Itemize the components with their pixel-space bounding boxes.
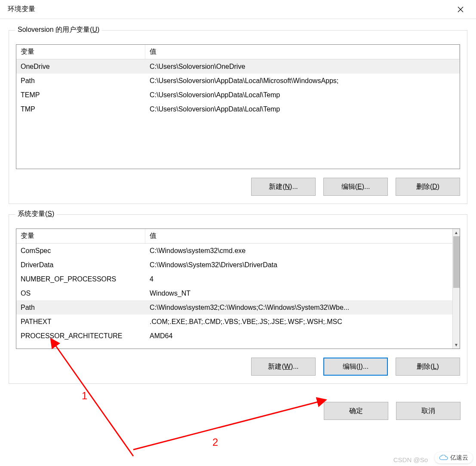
cell-variable: PROCESSOR_ARCHITECTURE xyxy=(16,330,145,342)
close-icon xyxy=(458,6,464,12)
cell-value: .COM;.EXE;.BAT;.CMD;.VBS;.VBE;.JS;.JSE;.… xyxy=(145,316,460,327)
cell-value: C:\Windows\system32\cmd.exe xyxy=(145,245,460,256)
system-edit-button[interactable]: 编辑(I)... xyxy=(323,358,388,376)
cell-value: C:\Users\Soloversion\AppData\Local\Micro… xyxy=(145,75,460,86)
cell-variable: DriverData xyxy=(16,259,145,271)
scroll-up-icon[interactable]: ▲ xyxy=(453,229,460,236)
user-delete-button[interactable]: 删除(D) xyxy=(396,178,460,196)
table-row[interactable]: NUMBER_OF_PROCESSORS4 xyxy=(16,272,460,286)
cell-value: C:\Windows\System32\Drivers\DriverData xyxy=(145,259,460,271)
cell-variable: TMP xyxy=(16,104,145,115)
system-variables-group: 系统变量(S) 变量 值 ComSpecC:\Windows\system32\… xyxy=(9,214,467,384)
table-row[interactable]: OneDriveC:\Users\Soloversion\OneDrive xyxy=(16,59,460,74)
user-buttons-row: 新建(N)... 编辑(E)... 删除(D) xyxy=(16,178,460,196)
cell-value: C:\Users\Soloversion\OneDrive xyxy=(145,61,460,72)
cell-variable: TEMP xyxy=(16,89,145,101)
ok-button[interactable]: 确定 xyxy=(324,402,388,420)
cell-value: C:\Windows\system32;C:\Windows;C:\Window… xyxy=(145,302,460,313)
table-row[interactable]: TEMPC:\Users\Soloversion\AppData\Local\T… xyxy=(16,88,460,102)
cell-variable: Path xyxy=(16,302,145,313)
cell-value: Windows_NT xyxy=(145,288,460,299)
column-value[interactable]: 值 xyxy=(145,229,460,243)
table-row[interactable]: ComSpecC:\Windows\system32\cmd.exe xyxy=(16,244,460,258)
table-row[interactable]: PROCESSOR_ARCHITECTUREAMD64 xyxy=(16,329,460,343)
table-row[interactable]: PathC:\Users\Soloversion\AppData\Local\M… xyxy=(16,74,460,88)
dialog-title: 环境变量 xyxy=(8,5,35,14)
scroll-down-icon[interactable]: ▼ xyxy=(453,341,460,349)
table-row[interactable]: TMPC:\Users\Soloversion\AppData\Local\Te… xyxy=(16,102,460,116)
system-variables-list[interactable]: 变量 值 ComSpecC:\Windows\system32\cmd.exeD… xyxy=(16,228,460,349)
user-variables-group: Soloversion 的用户变量(U) 变量 值 OneDriveC:\Use… xyxy=(9,30,467,204)
system-variables-label: 系统变量(S) xyxy=(15,210,57,219)
titlebar: 环境变量 xyxy=(0,0,476,19)
system-delete-button[interactable]: 删除(L) xyxy=(396,358,460,376)
column-variable[interactable]: 变量 xyxy=(16,45,145,59)
table-row[interactable]: PathC:\Windows\system32;C:\Windows;C:\Wi… xyxy=(16,300,460,315)
cell-variable: ComSpec xyxy=(16,245,145,256)
close-button[interactable] xyxy=(451,3,470,16)
cell-value: C:\Users\Soloversion\AppData\Local\Temp xyxy=(145,89,460,101)
system-buttons-row: 新建(W)... 编辑(I)... 删除(L) xyxy=(16,358,460,376)
cell-variable: OneDrive xyxy=(16,61,145,72)
dialog-body: Soloversion 的用户变量(U) 变量 值 OneDriveC:\Use… xyxy=(0,19,476,402)
cell-variable: OS xyxy=(16,288,145,299)
column-value[interactable]: 值 xyxy=(145,45,460,59)
table-row[interactable]: PATHEXT.COM;.EXE;.BAT;.CMD;.VBS;.VBE;.JS… xyxy=(16,315,460,329)
column-variable[interactable]: 变量 xyxy=(16,229,145,243)
cell-value: AMD64 xyxy=(145,330,460,342)
table-row[interactable]: OSWindows_NT xyxy=(16,286,460,300)
annotation-label-1: 1 xyxy=(82,390,87,402)
user-edit-button[interactable]: 编辑(E)... xyxy=(323,178,388,196)
table-row[interactable]: DriverDataC:\Windows\System32\Drivers\Dr… xyxy=(16,258,460,272)
dialog-footer: 确定 取消 xyxy=(0,402,476,429)
cell-value: 4 xyxy=(145,274,460,285)
cancel-button[interactable]: 取消 xyxy=(396,402,461,420)
scroll-thumb[interactable] xyxy=(453,236,460,288)
system-new-button[interactable]: 新建(W)... xyxy=(251,358,316,376)
corner-brand-badge: 亿速云 xyxy=(435,452,473,463)
scrollbar[interactable]: ▲ ▼ xyxy=(452,229,460,349)
annotation-label-2: 2 xyxy=(212,436,218,448)
list-header[interactable]: 变量 值 xyxy=(16,45,460,59)
cell-variable: Path xyxy=(16,75,145,86)
user-variables-list[interactable]: 变量 值 OneDriveC:\Users\Soloversion\OneDri… xyxy=(16,44,460,169)
user-variables-label: Soloversion 的用户变量(U) xyxy=(15,25,102,34)
cell-variable: NUMBER_OF_PROCESSORS xyxy=(16,274,145,285)
cloud-icon xyxy=(439,455,448,461)
cell-variable: PATHEXT xyxy=(16,316,145,327)
list-header[interactable]: 变量 值 xyxy=(16,229,460,244)
user-new-button[interactable]: 新建(N)... xyxy=(251,178,316,196)
cell-value: C:\Users\Soloversion\AppData\Local\Temp xyxy=(145,104,460,115)
watermark-text: CSDN @So xyxy=(393,456,428,463)
